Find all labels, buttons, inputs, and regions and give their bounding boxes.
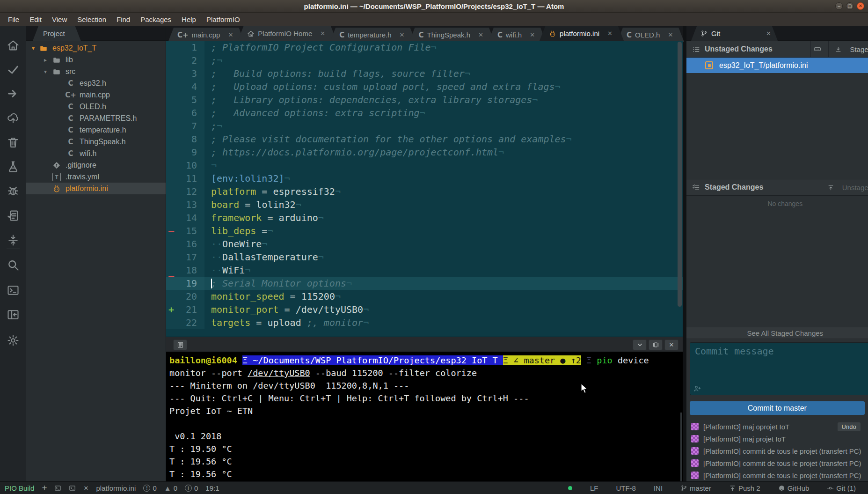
tree-item--gitignore[interactable]: .gitignore: [26, 159, 166, 171]
menu-help[interactable]: Help: [176, 13, 201, 26]
add-terminal-button[interactable]: +: [42, 483, 47, 493]
menu-platformio[interactable]: PlatformIO: [201, 13, 245, 26]
diagnostics-warnings[interactable]: ▲0: [164, 484, 177, 492]
dock-gear-icon[interactable]: [7, 334, 20, 347]
tree-item-temperature-h[interactable]: Ctemperature.h: [26, 124, 166, 136]
commit-row-1[interactable]: [PlatformIO] maj oprojet IoTUndo18h: [686, 420, 868, 433]
tree-item-parametres-h[interactable]: CPARAMETRES.h: [26, 112, 166, 124]
dock-tasks-icon[interactable]: [7, 209, 20, 222]
tree-item-thingspeak-h[interactable]: CThingSpeak.h: [26, 136, 166, 147]
close-button[interactable]: ✕: [857, 2, 864, 10]
close-icon[interactable]: ✕: [478, 31, 483, 38]
dock-home-icon[interactable]: [7, 39, 20, 52]
editor-line-3[interactable]: 3; Build options: build flags, source fi…: [166, 67, 683, 80]
dock-search-icon[interactable]: [7, 258, 20, 272]
see-all-staged-button[interactable]: See All Staged Changes: [686, 327, 868, 339]
editor-line-17[interactable]: 17··DallasTemperature¬: [166, 251, 683, 264]
editor-line-22[interactable]: 22targets = upload ;, monitor¬: [166, 316, 683, 329]
editor-line-9[interactable]: 9; https://docs.platformio.org/page/proj…: [166, 146, 683, 159]
editor-line-13[interactable]: 13board = lolin32¬: [166, 198, 683, 211]
tree-item-wifi-h[interactable]: Cwifi.h: [26, 147, 166, 159]
editor-line-7[interactable]: 7;¬: [166, 119, 683, 133]
tree-item-oled-h[interactable]: COLED.h: [26, 101, 166, 112]
close-icon[interactable]: ✕: [320, 30, 325, 37]
editor-line-6[interactable]: 6; Advanced options: extra scripting¬: [166, 106, 683, 119]
dock-panel-icon[interactable]: [7, 308, 20, 321]
editor-line-18[interactable]: 18–··WiFi¬: [166, 264, 683, 277]
diagnostics-infos[interactable]: i0: [185, 484, 198, 492]
dock-flask-icon[interactable]: [7, 160, 20, 173]
editor-line-10[interactable]: 10¬: [166, 159, 683, 172]
commit-row-3[interactable]: [PlatformIO] commit de tous le projet (t…: [686, 445, 868, 457]
grammar-indicator[interactable]: INI: [654, 484, 663, 492]
dock-terminal-icon[interactable]: [7, 284, 20, 297]
status-filename[interactable]: platformio.ini: [96, 484, 136, 492]
dock-bug-icon[interactable]: [7, 184, 20, 197]
editor-line-5[interactable]: 5; Library options: dependencies, extra …: [166, 93, 683, 106]
editor-line-4[interactable]: 4; Upload options: custom upload port, s…: [166, 80, 683, 93]
line-ending-indicator[interactable]: LF: [590, 484, 598, 492]
tab-platformio-home[interactable]: PlatformIO Home✕: [238, 26, 336, 41]
github-indicator[interactable]: GitHub: [778, 484, 810, 492]
cursor-position[interactable]: 19:1: [205, 484, 219, 492]
editor-line-21[interactable]: 21+monitor_port = /dev/ttyUSB0¬: [166, 303, 683, 316]
tree-item--travis-yml[interactable]: T.travis.yml: [26, 171, 166, 183]
terminal-list-button[interactable]: [173, 339, 187, 350]
minimize-button[interactable]: –: [835, 2, 843, 10]
encoding-indicator[interactable]: UTF-8: [616, 484, 636, 492]
co-author-icon[interactable]: [693, 385, 701, 392]
terminal-2-icon[interactable]: [69, 485, 76, 492]
commit-row-2[interactable]: [PlatformIO] maj projet IoT20h: [686, 433, 868, 445]
editor-line-1[interactable]: 1; PlatformIO Project Configuration File…: [166, 41, 683, 54]
dock-arrow-icon[interactable]: [7, 87, 20, 100]
commit-message-box[interactable]: Commit message: [690, 342, 868, 395]
tab-main-cpp[interactable]: C+main.cpp✕: [168, 28, 244, 42]
editor-line-12[interactable]: 12platform = espressif32¬: [166, 185, 683, 198]
tree-item-esp32-iot-t[interactable]: ▾esp32_IoT_T: [26, 42, 166, 54]
editor-line-20[interactable]: 20monitor_speed = 115200¬: [166, 290, 683, 303]
stage-all-button[interactable]: Stage All: [828, 41, 868, 57]
close-icon[interactable]: ✕: [766, 30, 771, 37]
diff-view-toggle-button[interactable]: [810, 41, 828, 57]
terminal-collapse-button[interactable]: [633, 339, 647, 350]
menu-find[interactable]: Find: [111, 13, 135, 26]
editor-line-11[interactable]: 11[env:lolin32]¬: [166, 172, 683, 185]
branch-indicator[interactable]: master: [680, 484, 711, 492]
menu-view[interactable]: View: [47, 13, 72, 26]
close-icon[interactable]: ✕: [228, 31, 233, 38]
dock-trash-icon[interactable]: [7, 136, 20, 149]
editor-line-2[interactable]: 2;¬: [166, 54, 683, 67]
undo-button[interactable]: Undo: [838, 422, 861, 431]
unstaged-file-row[interactable]: esp32_IoT_T/platformio.ini: [686, 58, 868, 73]
editor-scrollbar[interactable]: [678, 42, 682, 307]
editor-line-8[interactable]: 8; Please visit documentation for the ot…: [166, 133, 683, 146]
terminal-maximize-button[interactable]: [649, 339, 663, 350]
close-icon[interactable]: ✕: [607, 30, 613, 37]
dock-cloud-icon[interactable]: [7, 111, 20, 125]
close-terminals-button[interactable]: ✕: [83, 485, 88, 492]
editor-line-14[interactable]: 14framework = arduino¬: [166, 211, 683, 224]
close-icon[interactable]: ✕: [668, 31, 673, 38]
menu-selection[interactable]: Selection: [72, 13, 111, 26]
panel-divider[interactable]: [683, 26, 686, 481]
tree-item-platformio-ini[interactable]: platformio.ini: [26, 183, 166, 194]
tab-temperature-h[interactable]: Ctemperature.h✕: [330, 28, 416, 42]
close-icon[interactable]: ✕: [400, 31, 405, 38]
tab-thingspeak-h[interactable]: CThingSpeak.h✕: [409, 28, 495, 42]
terminal-scrollbar[interactable]: [680, 413, 682, 487]
maximize-button[interactable]: ▢: [846, 2, 853, 10]
git-tab-toggle[interactable]: Git (1): [827, 484, 856, 492]
text-editor[interactable]: 1; PlatformIO Project Configuration File…: [166, 41, 683, 337]
tab-git[interactable]: Git ✕: [691, 26, 778, 41]
menu-packages[interactable]: Packages: [135, 13, 176, 26]
terminal-close-button[interactable]: ✕: [664, 339, 678, 350]
tab-wifi-h[interactable]: Cwifi.h✕: [488, 28, 546, 42]
diagnostics-errors[interactable]: !0: [143, 484, 156, 492]
terminal-1-icon[interactable]: [54, 485, 61, 492]
unstage-all-button[interactable]: Unstage All: [821, 179, 868, 195]
dock-check-icon[interactable]: [7, 63, 20, 76]
commit-row-4[interactable]: [PlatformIO] commit de tous le projet (t…: [686, 457, 868, 469]
tree-item-main-cpp[interactable]: C+main.cpp: [26, 89, 166, 101]
tab-project[interactable]: Project: [33, 26, 81, 41]
tree-item-esp32-h[interactable]: Cesp32.h: [26, 77, 166, 89]
